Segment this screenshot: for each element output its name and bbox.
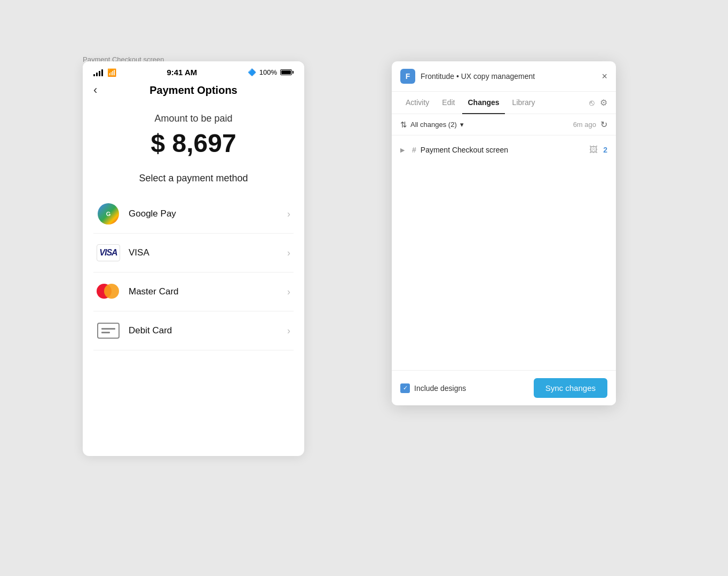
- wifi-icon: 📶: [107, 68, 116, 77]
- visa-icon: VISA: [97, 241, 120, 265]
- panel-app-name: Frontitude • UX copy management: [421, 72, 535, 81]
- back-button[interactable]: ‹: [93, 84, 97, 96]
- mastercard-label: Master Card: [129, 286, 287, 297]
- payment-item-debit[interactable]: Debit Card ›: [93, 311, 294, 350]
- select-payment-label: Select a payment method: [93, 173, 294, 184]
- tab-changes[interactable]: Changes: [462, 92, 504, 114]
- google-pay-label: Google Pay: [129, 209, 287, 219]
- panel-footer: ✓ Include designs Sync changes: [392, 370, 616, 405]
- chevron-right-icon: ›: [287, 286, 290, 298]
- nav-bar: ‹ Payment Options: [83, 80, 304, 102]
- status-bar: 📶 9:41 AM 🔷 100%: [83, 61, 304, 80]
- panel-toolbar: ⇅ All changes (2) ▾ 6m ago ↻: [392, 114, 616, 135]
- time-refresh: 6m ago ↻: [573, 119, 607, 130]
- debit-card-icon: [97, 319, 120, 342]
- checkbox-icon: ✓: [400, 383, 410, 393]
- chevron-right-icon: ›: [287, 209, 290, 220]
- external-link-icon[interactable]: ⎋: [589, 98, 595, 108]
- status-right: 🔷 100%: [248, 68, 294, 76]
- tab-edit[interactable]: Edit: [437, 92, 460, 114]
- change-count: 2: [603, 146, 607, 154]
- panel-content: ▶ # Payment Checkout screen 🖼 2: [392, 135, 616, 370]
- visa-label: VISA: [129, 247, 287, 258]
- time-ago-label: 6m ago: [573, 121, 596, 129]
- close-button[interactable]: ×: [602, 71, 607, 81]
- mobile-content: Amount to be paid $ 8,697 Select a payme…: [83, 102, 304, 456]
- payment-methods-list: G Google Pay › VISA VISA ›: [93, 195, 294, 350]
- payment-item-google-pay[interactable]: G Google Pay ›: [93, 195, 294, 234]
- tab-activity[interactable]: Activity: [400, 92, 434, 114]
- expand-arrow-icon: ▶: [400, 147, 408, 154]
- filter-label: All changes (2): [410, 121, 457, 129]
- refresh-icon[interactable]: ↻: [600, 119, 607, 130]
- change-name: Payment Checkout screen: [421, 146, 585, 154]
- signal-bars-icon: [93, 69, 103, 76]
- battery-percent: 100%: [259, 68, 277, 76]
- include-designs-label: Include designs: [414, 384, 466, 393]
- payment-item-mastercard[interactable]: Master Card ›: [93, 273, 294, 311]
- panel-header-left: F Frontitude • UX copy management: [400, 69, 535, 84]
- panel-tabs: Activity Edit Changes Library ⎋ ⚙: [392, 92, 616, 114]
- hash-icon: #: [412, 146, 416, 154]
- battery-icon: [280, 69, 294, 75]
- filter-button[interactable]: ⇅ All changes (2) ▾: [400, 120, 464, 130]
- mobile-screen: 📶 9:41 AM 🔷 100% ‹ Payment Options Amoun…: [83, 61, 304, 456]
- chevron-down-icon: ▾: [460, 121, 464, 129]
- frontitude-panel: F Frontitude • UX copy management × Acti…: [392, 61, 616, 405]
- include-designs-checkbox[interactable]: ✓ Include designs: [400, 383, 466, 393]
- panel-tab-actions: ⎋ ⚙: [589, 98, 607, 108]
- debit-card-label: Debit Card: [129, 325, 287, 336]
- sort-icon: ⇅: [400, 120, 407, 130]
- image-icon: 🖼: [589, 145, 598, 155]
- chevron-right-icon: ›: [287, 325, 290, 337]
- status-left: 📶: [93, 68, 116, 77]
- change-actions: 🖼 2: [589, 145, 607, 155]
- mastercard-icon: [97, 280, 120, 303]
- amount-value: $ 8,697: [93, 129, 294, 158]
- bluetooth-icon: 🔷: [248, 68, 256, 76]
- tab-library[interactable]: Library: [507, 92, 541, 114]
- payment-item-visa[interactable]: VISA VISA ›: [93, 234, 294, 273]
- frontitude-logo: F: [400, 69, 415, 84]
- settings-icon[interactable]: ⚙: [600, 98, 607, 108]
- sync-changes-button[interactable]: Sync changes: [534, 378, 607, 398]
- chevron-right-icon: ›: [287, 247, 290, 259]
- change-item[interactable]: ▶ # Payment Checkout screen 🖼 2: [392, 140, 616, 160]
- page-title: Payment Options: [149, 84, 237, 97]
- panel-header: F Frontitude • UX copy management ×: [392, 61, 616, 92]
- google-pay-icon: G: [97, 202, 120, 226]
- status-time: 9:41 AM: [167, 68, 197, 77]
- amount-label: Amount to be paid: [93, 113, 294, 124]
